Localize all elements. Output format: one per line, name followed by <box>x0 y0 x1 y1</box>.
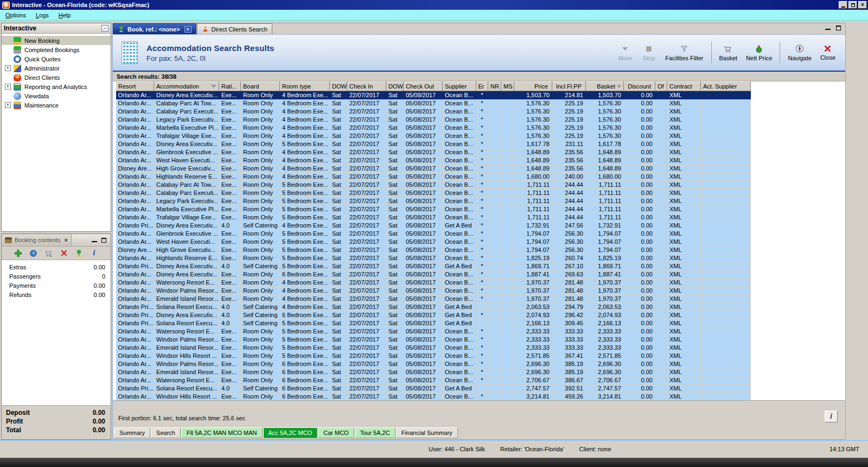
basket-button[interactable]: Basket <box>715 42 742 64</box>
table-row[interactable]: Orlando Ar...Windsor Palms Resor...Exe..… <box>116 287 846 295</box>
column-header[interactable]: Accommodation <box>154 82 219 91</box>
table-row[interactable]: Orlando Ar...Windsor Palms Resor...Exe..… <box>116 336 846 344</box>
sidebar-item[interactable]: Viewdata <box>2 91 111 100</box>
column-header[interactable]: Basket <box>586 82 624 91</box>
sidebar-item[interactable]: New Booking <box>2 36 111 45</box>
table-row[interactable]: Orlando Ar...Emerald Island Resor...Exe.… <box>116 295 846 303</box>
add-item-button[interactable] <box>14 248 23 258</box>
expand-toggle[interactable]: + <box>5 65 11 71</box>
expand-toggle[interactable] <box>5 37 11 43</box>
new-booking-button[interactable] <box>74 248 84 258</box>
column-header[interactable]: Room type <box>280 82 330 91</box>
table-row[interactable]: Orlando Ar...Disney Area Executiv...Exe.… <box>116 270 846 279</box>
quick-quote-button[interactable] <box>29 248 39 258</box>
table-row[interactable]: Orlando Ar...Watersong Resort E...Exe...… <box>116 279 846 287</box>
table-row[interactable]: Orlando Ar...Glenbrook Executive ...Exe.… <box>116 148 846 156</box>
table-row[interactable]: Orlando Ar...Marbella Executive Pl...Exe… <box>116 124 846 132</box>
table-row[interactable]: Orlando Ar...Calabay Parc At Tow...Exe..… <box>116 99 846 108</box>
table-row[interactable]: Orlando Ar...Watersong Resort E...Exe...… <box>116 376 846 384</box>
table-row[interactable]: Orlando Pri...Disney Area Executiv...4.0… <box>116 311 846 319</box>
close-results-button[interactable]: Close <box>816 42 840 63</box>
info-button[interactable]: i <box>90 248 99 258</box>
stop-button[interactable]: Stop <box>637 42 661 64</box>
column-header[interactable]: Discount <box>624 82 655 91</box>
expand-toggle[interactable] <box>5 74 11 80</box>
booking-contents-row[interactable]: Payments 0.00 <box>2 281 111 290</box>
sidebar-item[interactable]: + Administrator <box>2 64 111 73</box>
delete-item-button[interactable] <box>59 248 69 258</box>
nett-price-button[interactable]: Nett Price <box>742 42 776 64</box>
column-header[interactable]: Check Out <box>404 82 443 91</box>
sidebar-item[interactable]: Direct Clients <box>2 73 111 82</box>
sidebar-item[interactable]: + Maintenance <box>2 100 111 110</box>
table-row[interactable]: Orlando Ar...Disney Area Executiv...Exe.… <box>116 140 846 148</box>
navigate-button[interactable]: Navigate <box>783 42 815 64</box>
section-tab[interactable]: Financial Summary <box>396 427 458 438</box>
table-row[interactable]: Disney Are...High Grove Executiv...Exe..… <box>116 165 846 173</box>
menu-help[interactable]: Help <box>59 12 71 18</box>
table-row[interactable]: Orlando Ar...West Haven Executi...Exe...… <box>116 238 846 246</box>
sidebar-item[interactable]: Quick Quotes <box>2 54 111 64</box>
table-row[interactable]: Orlando Ar...Marbella Executive Pl...Exe… <box>116 205 846 213</box>
panel-minimize-icon[interactable] <box>92 238 97 242</box>
column-header[interactable]: Check In <box>347 82 386 91</box>
table-row[interactable]: Orlando Pri...Solana Resort Execu...4.0 … <box>116 384 846 393</box>
table-row[interactable]: Orlando Ar...Calabay Parc Executi...Exe.… <box>116 189 846 197</box>
table-row[interactable]: Orlando Ar...Emerald Island Resor...Exe.… <box>116 368 846 376</box>
section-tab[interactable]: Flt 5A,2C MAN MCO MAN <box>181 427 263 438</box>
column-header[interactable]: DOW <box>330 82 347 91</box>
expand-toggle[interactable] <box>5 93 11 99</box>
table-row[interactable]: Orlando Ar...Highlands Reserve E...Exe..… <box>116 173 846 181</box>
table-row[interactable]: Orlando Ar...Legacy Park Executiv...Exe.… <box>116 116 846 124</box>
table-row[interactable]: Orlando Ar...Emerald Island Resor...Exe.… <box>116 344 846 352</box>
menu-options[interactable]: Options <box>5 12 26 18</box>
expand-toggle[interactable] <box>5 47 11 53</box>
column-header[interactable]: Act. Supplier <box>701 82 751 91</box>
move-to-basket-button[interactable] <box>44 248 54 258</box>
column-header[interactable]: Price <box>514 82 552 91</box>
sidebar-item[interactable]: + Reporting and Analytics <box>2 82 111 91</box>
table-row[interactable]: Orlando Ar...Disney Area Executiv...Exe.… <box>116 91 846 99</box>
tab-booking-ref[interactable]: Book. ref.: <none> × <box>113 23 196 34</box>
booking-contents-row[interactable]: Extras 0.00 <box>2 262 111 272</box>
panel-minimize-icon[interactable] <box>825 26 831 30</box>
sidebar-item[interactable]: Completed Bookings <box>2 45 111 54</box>
more-button[interactable]: More <box>613 42 637 64</box>
table-row[interactable]: Orlando Pri...Disney Area Executiv...4.0… <box>116 222 846 230</box>
booking-contents-tab[interactable]: Booking contents × <box>2 234 72 246</box>
table-row[interactable]: Orlando Ar...Calabay Parc Executi...Exe.… <box>116 108 846 116</box>
expand-toggle[interactable] <box>5 56 11 62</box>
column-header[interactable]: Contract <box>667 82 701 91</box>
table-row[interactable]: Orlando Ar...Trafalgar Village Exe...Exe… <box>116 132 846 140</box>
table-row[interactable]: Orlando Ar...Highlands Reserve E...Exe..… <box>116 254 846 262</box>
table-row[interactable]: Orlando Ar...Watersong Resort E...Exe...… <box>116 327 846 336</box>
column-header[interactable]: Resort <box>116 82 154 91</box>
table-row[interactable]: Orlando Ar...Legacy Park Executiv...Exe.… <box>116 197 846 205</box>
minimize-button[interactable] <box>839 1 847 9</box>
tab-direct-clients-search[interactable]: Direct Clients Search <box>197 23 272 34</box>
table-row[interactable]: Orlando Ar...Windsor Hills Resort ...Exe… <box>116 393 846 401</box>
booking-contents-row[interactable]: Refunds 0.00 <box>2 290 111 299</box>
restore-button[interactable] <box>848 1 857 9</box>
section-tab[interactable]: Summary <box>114 427 150 438</box>
section-tab[interactable]: Search <box>151 427 181 438</box>
table-row[interactable]: Orlando Ar...Calabay Parc At Tow...Exe..… <box>116 181 846 189</box>
table-row[interactable]: Orlando Ar...Glenbrook Executive ...Exe.… <box>116 230 846 238</box>
column-header[interactable]: Of <box>655 82 667 91</box>
table-row[interactable]: Orlando Ar...Windsor Hills Resort ...Exe… <box>116 352 846 360</box>
table-row[interactable]: Orlando Ar...Windsor Palms Resor...Exe..… <box>116 360 846 368</box>
section-tab[interactable]: Acc 5A,2C MCO <box>263 427 318 438</box>
table-row[interactable]: Orlando Pri...Solana Resort Execu...4.0 … <box>116 303 846 311</box>
collapse-panel-button[interactable]: − <box>101 25 108 31</box>
column-header[interactable]: Supplier <box>443 82 476 91</box>
column-header[interactable]: MS <box>501 82 514 91</box>
table-row[interactable]: Orlando Pri...Disney Area Executiv...4.0… <box>116 262 846 270</box>
table-row[interactable]: Disney Are...High Grove Executiv...Exe..… <box>116 246 846 254</box>
booking-contents-row[interactable]: Passengers 0 <box>2 272 111 281</box>
menu-logs[interactable]: Logs <box>36 12 49 18</box>
table-row[interactable]: Orlando Ar...Trafalgar Village Exe...Exe… <box>116 213 846 222</box>
column-header[interactable]: Board <box>241 82 280 91</box>
panel-maximize-icon[interactable] <box>836 26 841 30</box>
expand-toggle[interactable]: + <box>5 102 11 108</box>
close-panel-icon[interactable]: × <box>64 237 67 243</box>
